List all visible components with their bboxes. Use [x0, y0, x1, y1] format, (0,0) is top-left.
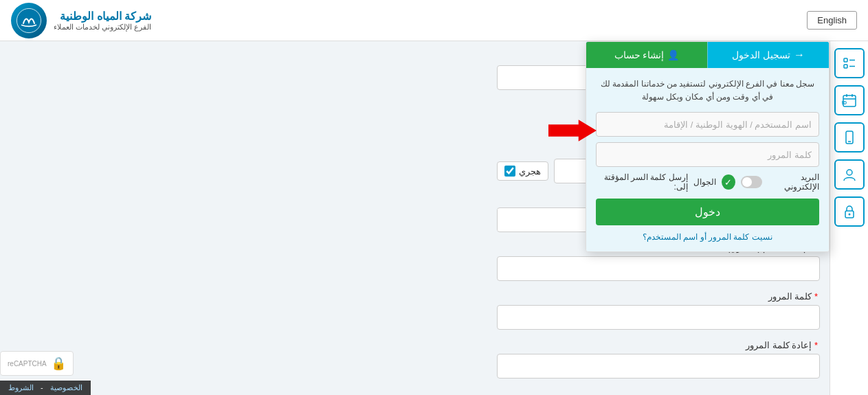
tab-divider — [707, 42, 708, 68]
privacy-separator: - — [41, 383, 43, 392]
sidebar-icon-person[interactable] — [834, 159, 865, 190]
required-star-4: * — [814, 291, 818, 302]
password-input[interactable] — [497, 305, 820, 330]
password-label-text: كلمة المرور — [768, 291, 812, 302]
register-tab-label: إنشاء حساب — [614, 49, 665, 60]
login-desc-line1: سجل معنا في الفرع الإلكتروني لتستفيد من … — [601, 79, 814, 89]
login-tab-label: تسجيل الدخول — [732, 49, 790, 60]
terms-link[interactable]: الشروط — [8, 383, 34, 392]
login-username-input[interactable] — [596, 112, 819, 137]
toggle-knob — [742, 177, 752, 187]
otp-row: البريد الإلكتروني ✓ الجوال إرسل كلمة الس… — [596, 172, 819, 192]
login-popup: → تسجيل الدخول 👤 إنشاء حساب سجل معنا في … — [586, 41, 830, 252]
svg-marker-15 — [548, 120, 597, 142]
mobile-label: الجوال — [693, 177, 716, 187]
mobile-otp-check[interactable]: ✓ — [722, 174, 735, 190]
login-button[interactable]: دخول — [596, 199, 819, 225]
register-icon: 👤 — [667, 49, 679, 60]
login-icon: → — [794, 49, 805, 61]
svg-point-14 — [848, 214, 850, 216]
login-description: سجل معنا في الفرع الإلكتروني لتستفيد من … — [596, 78, 819, 104]
forgot-link[interactable]: نسيت كلمة المرور أو اسم المستخدم؟ — [596, 232, 819, 242]
header: English شركة المياه الوطنية الفرع الإلكت… — [0, 0, 868, 41]
confirm-password-label: * إعادة كلمة المرور — [10, 340, 820, 350]
required-star-5: * — [814, 340, 818, 350]
password-group: * كلمة المرور — [10, 291, 820, 330]
svg-rect-1 — [844, 58, 847, 62]
svg-text:HBD: HBD — [842, 100, 847, 105]
register-tab[interactable]: 👤 إنشاء حساب — [586, 42, 707, 68]
svg-point-12 — [847, 170, 852, 175]
login-tab[interactable]: → تسجيل الدخول — [708, 42, 829, 68]
language-button[interactable]: English — [807, 11, 857, 30]
sidebar-icon-lock[interactable] — [834, 196, 865, 227]
sidebar-icon-list[interactable] — [834, 48, 865, 78]
privacy-link[interactable]: الخصوصية — [50, 383, 82, 392]
sidebar-icon-calendar[interactable]: HBD — [834, 85, 865, 115]
confirm-password-input[interactable] — [497, 354, 820, 379]
password-label: * كلمة المرور — [10, 291, 820, 302]
recaptcha-logo: 🔒 — [51, 356, 66, 371]
login-desc-line2: في أي وقت ومن أي مكان وبكل سهولة — [642, 92, 773, 102]
login-popup-header: → تسجيل الدخول 👤 إنشاء حساب — [586, 42, 829, 68]
logo-title: شركة المياه الوطنية — [54, 10, 151, 23]
email-label: البريد الإلكتروني — [768, 172, 819, 192]
right-sidebar: HBD — [830, 41, 868, 395]
login-popup-body: سجل معنا في الفرع الإلكتروني لتستفيد من … — [586, 68, 829, 251]
hijri-label-text: هجري — [519, 166, 541, 177]
privacy-bar: الخصوصية - الشروط — [0, 381, 91, 395]
recaptcha-badge: 🔒 reCAPTCHA — [0, 351, 74, 376]
main-wrapper: * الهوية الوطنية / الإقامة 💡 ثقفني * تار… — [0, 41, 868, 395]
send-otp-label: إرسل كلمة السر المؤقتة إلى: — [596, 172, 688, 192]
recaptcha-text: reCAPTCHA — [8, 360, 47, 368]
hijri-checkbox-label[interactable]: هجري — [497, 161, 548, 181]
email-toggle[interactable] — [741, 176, 762, 188]
logo-circle — [11, 3, 47, 38]
logo-text: شركة المياه الوطنية الفرع الإلكتروني لخد… — [54, 10, 151, 32]
confirm-password-label-text: إعادة كلمة المرور — [746, 340, 812, 350]
logo-area: شركة المياه الوطنية الفرع الإلكتروني لخد… — [11, 3, 151, 38]
username-input[interactable] — [497, 256, 820, 281]
arrow-wrapper — [548, 117, 597, 147]
login-password-input[interactable] — [596, 142, 819, 167]
svg-rect-2 — [844, 65, 847, 68]
confirm-password-group: * إعادة كلمة المرور — [10, 340, 820, 379]
logo-subtitle: الفرع الإلكتروني لخدمات العملاء — [54, 23, 151, 32]
hijri-checkbox[interactable] — [504, 166, 515, 177]
sidebar-icon-mobile[interactable] — [834, 122, 865, 153]
